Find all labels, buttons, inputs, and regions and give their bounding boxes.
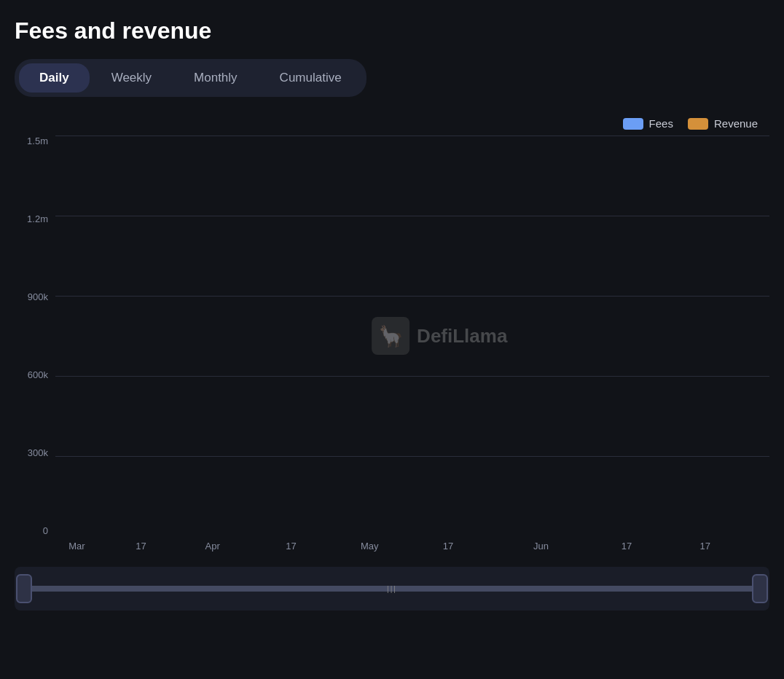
revenue-swatch bbox=[688, 118, 708, 130]
x-label: May bbox=[361, 541, 379, 552]
tab-weekly[interactable]: Weekly bbox=[91, 63, 172, 93]
x-label: 17 bbox=[286, 541, 296, 552]
y-label-0: 0 bbox=[43, 525, 48, 536]
chart-inner: 🦙 DefiLlama Mar17Apr17May17Jun1717 bbox=[55, 136, 769, 558]
y-label-600k: 600k bbox=[28, 369, 48, 380]
y-label-300k: 300k bbox=[28, 447, 48, 458]
x-axis: Mar17Apr17May17Jun1717 bbox=[55, 536, 769, 558]
scroll-thumb[interactable]: ||| bbox=[23, 586, 761, 592]
scrollbar-area[interactable]: ||| bbox=[15, 567, 769, 611]
y-label-1.5m: 1.5m bbox=[27, 136, 48, 146]
legend: Fees Revenue bbox=[15, 117, 769, 130]
scroll-handle-left[interactable] bbox=[16, 574, 32, 603]
x-label: Jun bbox=[533, 541, 549, 552]
x-label: 17 bbox=[443, 541, 453, 552]
tab-bar: Daily Weekly Monthly Cumulative bbox=[15, 59, 366, 97]
chart-wrapper: 1.5m 1.2m 900k 600k 300k 0 🦙 DefiLlama bbox=[15, 136, 769, 558]
tab-cumulative[interactable]: Cumulative bbox=[259, 63, 362, 93]
fees-swatch bbox=[623, 118, 643, 130]
legend-fees: Fees bbox=[623, 117, 673, 130]
x-label: 17 bbox=[136, 541, 146, 552]
tab-daily[interactable]: Daily bbox=[19, 63, 90, 93]
chart-area: Fees Revenue 1.5m 1.2m 900k 600k 300k 0 bbox=[15, 117, 769, 611]
y-label-1.2m: 1.2m bbox=[27, 213, 48, 224]
y-axis: 1.5m 1.2m 900k 600k 300k 0 bbox=[15, 136, 55, 558]
x-label: 17 bbox=[700, 541, 710, 552]
y-label-900k: 900k bbox=[28, 291, 48, 302]
x-label: Apr bbox=[205, 541, 219, 552]
revenue-label: Revenue bbox=[714, 117, 758, 130]
tab-monthly[interactable]: Monthly bbox=[173, 63, 258, 93]
legend-revenue: Revenue bbox=[688, 117, 758, 130]
fees-label: Fees bbox=[649, 117, 673, 130]
bars-and-grid: 🦙 DefiLlama bbox=[55, 136, 769, 536]
scroll-dots: ||| bbox=[387, 585, 397, 593]
page-title: Fees and revenue bbox=[15, 17, 769, 44]
scroll-handle-right[interactable] bbox=[752, 574, 768, 603]
bars-container bbox=[55, 136, 769, 536]
x-label: Mar bbox=[68, 541, 85, 552]
x-label: 17 bbox=[622, 541, 632, 552]
scroll-track: ||| bbox=[23, 586, 761, 592]
